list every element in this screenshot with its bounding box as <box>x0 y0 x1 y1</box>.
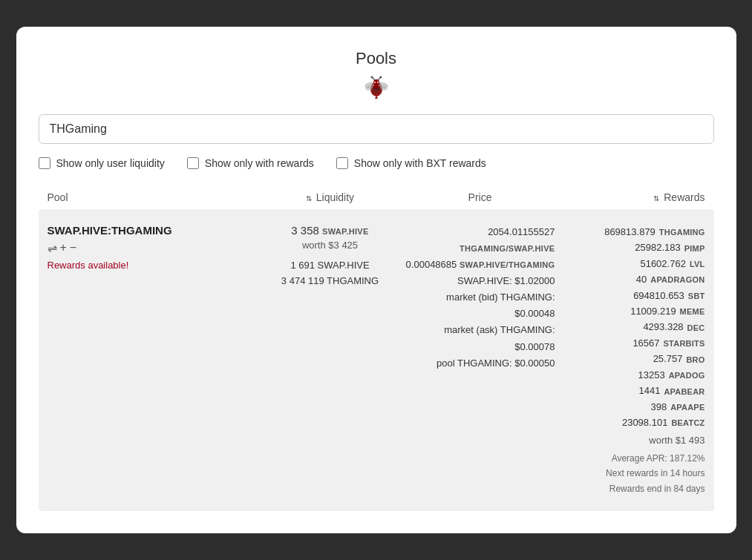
sort-icon-liquidity: ⇅ <box>306 194 312 202</box>
liquidity-column: 3 358 SWAP.HIVE worth $3 425 1 691 SWAP.… <box>255 224 405 289</box>
reward-bro: 25.757 BRO <box>555 351 705 366</box>
svg-point-14 <box>374 82 376 83</box>
reward-lvl: 51602.762 LVL <box>555 256 705 271</box>
add-liquidity-icon[interactable]: + <box>60 241 67 255</box>
reward-apaape: 398 APAAPE <box>555 399 705 415</box>
header-pool: Pool <box>48 191 255 203</box>
filter-with-rewards[interactable]: Show only with rewards <box>187 157 314 169</box>
svg-point-12 <box>379 76 382 78</box>
next-rewards: Next rewards in 14 hours <box>555 466 705 481</box>
pool-name: SWAP.HIVE:THGAMING <box>48 224 255 237</box>
average-apr: Average APR: 187.12% <box>555 451 705 466</box>
pool-action-icons: ⇌ + − <box>48 241 255 255</box>
sort-icon-rewards: ⇅ <box>653 194 659 202</box>
price-pair1: 2054.01155527 THGAMING/SWAP.HIVE <box>405 224 555 257</box>
filter-with-rewards-checkbox[interactable] <box>187 157 199 169</box>
header-price: Price <box>405 191 555 203</box>
page-title: Pools <box>39 49 714 68</box>
logo-icon <box>39 74 714 101</box>
filter-user-liquidity-checkbox[interactable] <box>39 157 50 169</box>
filter-user-liquidity-label: Show only user liquidity <box>56 157 165 169</box>
reward-apadragon: 40 APADRAGON <box>555 271 705 287</box>
liquidity-main: 3 358 SWAP.HIVE <box>255 224 405 237</box>
svg-point-3 <box>372 90 381 93</box>
reward-apabear: 1441 APABEAR <box>555 383 705 398</box>
pools-card: Pools <box>16 27 736 533</box>
filter-user-liquidity[interactable]: Show only user liquidity <box>39 157 165 169</box>
reward-thgaming: 869813.879 THGAMING <box>555 224 705 240</box>
price-column: 2054.01155527 THGAMING/SWAP.HIVE 0.00048… <box>405 224 555 372</box>
liquidity-worth: worth $3 425 <box>255 240 405 251</box>
filter-bxt-rewards-checkbox[interactable] <box>336 157 348 169</box>
header-rewards[interactable]: ⇅ Rewards <box>555 191 705 203</box>
reward-meme: 11009.219 MEME <box>555 303 705 319</box>
liquidity-user: 1 691 SWAP.HIVE 3 474 119 THGAMING <box>255 258 405 289</box>
svg-point-2 <box>371 88 382 90</box>
svg-point-10 <box>370 76 373 78</box>
filter-with-rewards-label: Show only with rewards <box>205 157 314 169</box>
reward-dec: 4293.328 DEC <box>555 319 705 335</box>
reward-apadog: 13253 APADOG <box>555 367 705 383</box>
rewards-available-label: Rewards available! <box>48 260 255 271</box>
price-market-bid: market (bid) THGAMING: $0.00048 <box>405 289 555 322</box>
filter-bxt-rewards-label: Show only with BXT rewards <box>354 157 486 169</box>
reward-sbt: 694810.653 SBT <box>555 288 705 303</box>
search-input[interactable] <box>39 114 714 144</box>
header-liquidity[interactable]: ⇅ Liquidity <box>255 191 405 203</box>
rewards-column: 869813.879 THGAMING 25982.183 PIMP 51602… <box>555 224 705 496</box>
price-market-ask: market (ask) THGAMING: $0.00078 <box>405 322 555 355</box>
swap-icon[interactable]: ⇌ <box>48 241 57 255</box>
price-swap-hive: SWAP.HIVE: $1.02000 <box>405 273 555 289</box>
table-header: Pool ⇅ Liquidity Price ⇅ Rewards <box>39 185 714 209</box>
reward-pimp: 25982.183 PIMP <box>555 240 705 255</box>
filter-bxt-rewards[interactable]: Show only with BXT rewards <box>336 157 486 169</box>
price-pool: pool THGAMING: $0.00050 <box>405 355 555 372</box>
rewards-worth: worth $1 493 <box>555 432 705 448</box>
svg-point-15 <box>377 82 379 83</box>
table-body: SWAP.HIVE:THGAMING ⇌ + − Rewards availab… <box>39 209 714 511</box>
rewards-end: Rewards end in 84 days <box>555 481 705 496</box>
pool-column: SWAP.HIVE:THGAMING ⇌ + − Rewards availab… <box>48 224 255 271</box>
filters-container: Show only user liquidity Show only with … <box>39 157 714 169</box>
table-row: SWAP.HIVE:THGAMING ⇌ + − Rewards availab… <box>39 209 714 511</box>
reward-starbits: 16567 STARBITS <box>555 335 705 351</box>
reward-beatcz: 23098.101 BEATCZ <box>555 415 705 430</box>
remove-liquidity-icon[interactable]: − <box>70 241 76 255</box>
apr-info: Average APR: 187.12% Next rewards in 14 … <box>555 451 705 496</box>
price-pair2: 0.00048685 SWAP.HIVE/THGAMING <box>405 257 555 273</box>
